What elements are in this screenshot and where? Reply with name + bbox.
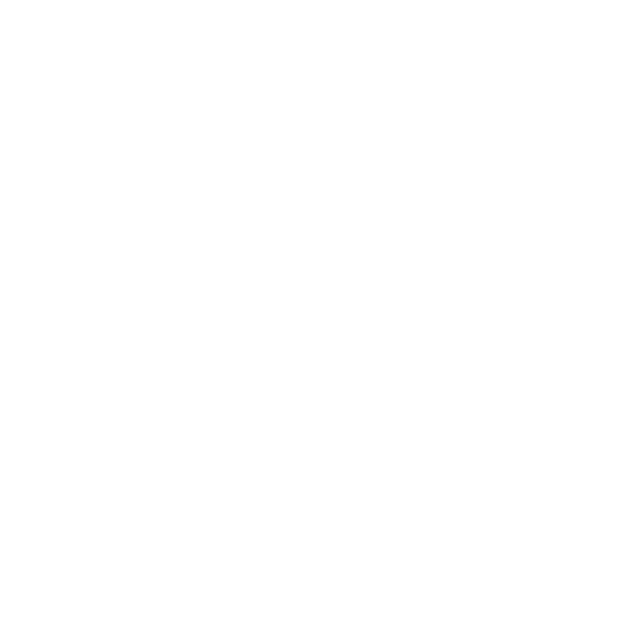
chart-svg-canvas [0,0,644,644]
bottleneck-chart [0,0,644,644]
